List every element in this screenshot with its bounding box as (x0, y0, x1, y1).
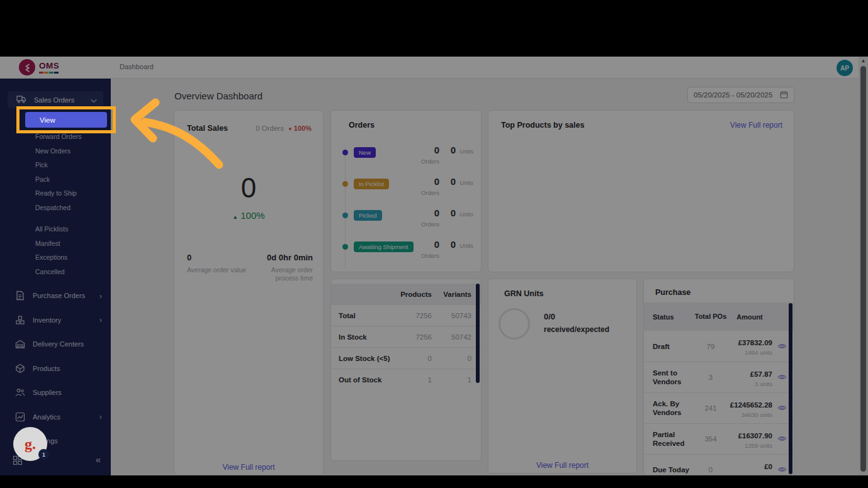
screenshot-stage: OMS Dashboard AP Sales Orders (0, 0, 868, 488)
tutorial-arrow (126, 94, 227, 172)
sidebar-item-view[interactable]: View (25, 112, 107, 128)
tutorial-highlight-box: View (16, 106, 116, 133)
notification-badge: 1 (38, 449, 49, 460)
